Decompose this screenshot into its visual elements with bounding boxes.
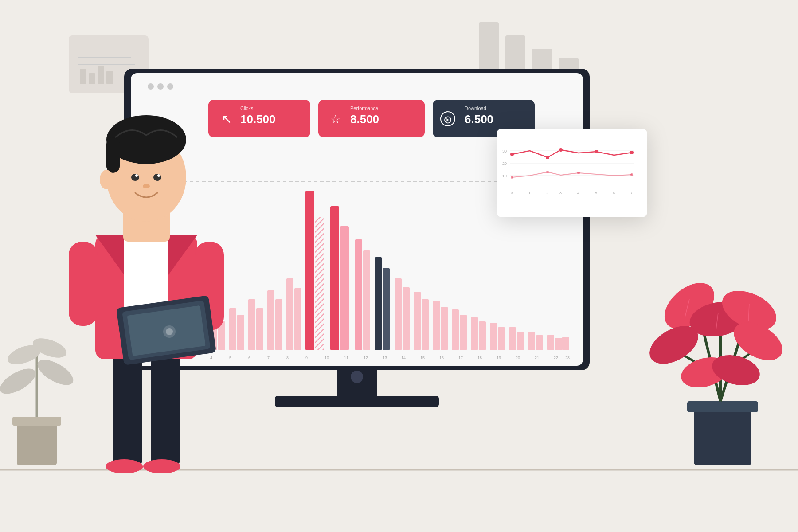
svg-text:3: 3	[191, 356, 193, 360]
svg-text:8: 8	[286, 356, 289, 360]
svg-text:7: 7	[267, 356, 270, 360]
plant-right-leaf-5	[728, 315, 789, 368]
bar-16b	[460, 315, 467, 350]
svg-text:30: 30	[502, 149, 507, 153]
bar-5a	[229, 308, 236, 350]
clicks-card[interactable]	[208, 100, 310, 137]
svg-text:4: 4	[210, 356, 212, 360]
bg-bar-3	[532, 49, 552, 75]
svg-line-64	[748, 304, 749, 321]
bar-4b	[218, 321, 225, 350]
bar-2a	[172, 327, 179, 350]
plant-right-pot	[694, 408, 751, 466]
bar-20a	[528, 332, 535, 350]
monitor-bezel	[124, 69, 590, 370]
cursor-icon: ↖	[222, 112, 232, 126]
bar-9b	[315, 217, 324, 350]
download-icon: ⊙	[443, 113, 452, 125]
person-right-shoe	[143, 459, 180, 473]
bar-7a	[267, 290, 274, 350]
svg-line-61	[720, 350, 754, 377]
monitor-neck	[337, 370, 377, 397]
plant-right-stem-3	[720, 324, 745, 401]
svg-text:7: 7	[630, 191, 633, 195]
svg-point-58	[135, 174, 138, 177]
bar-7b	[275, 299, 282, 350]
svg-point-42	[595, 150, 598, 153]
svg-text:3: 3	[559, 191, 562, 195]
person-left-arm	[69, 242, 98, 326]
svg-rect-57	[145, 465, 180, 470]
bar-1b	[161, 336, 168, 350]
bar-19a	[509, 327, 516, 350]
bar-15b	[441, 307, 448, 350]
person-right-eye	[153, 174, 161, 181]
person-shirt	[124, 235, 168, 324]
bar-8b	[294, 288, 301, 350]
bar-11a	[355, 239, 362, 350]
plant-left-leaf-4	[30, 334, 69, 361]
svg-text:15: 15	[420, 356, 425, 360]
bar-16a	[452, 309, 459, 350]
plant-left-leaf-2	[34, 355, 77, 390]
svg-text:6: 6	[613, 191, 615, 195]
svg-text:↓: ↓	[445, 115, 448, 123]
svg-text:4: 4	[577, 191, 579, 195]
download-card[interactable]	[433, 100, 535, 137]
clicks-value: 10.500	[240, 113, 276, 126]
bar-4a	[210, 315, 217, 350]
bar-10a	[330, 206, 339, 350]
performance-value: 8.500	[350, 113, 379, 126]
plant-right-pot-rim	[687, 401, 758, 412]
laptop-power-dot	[166, 328, 173, 335]
bar-17b	[479, 321, 486, 350]
svg-text:20: 20	[516, 356, 520, 360]
download-label: Download	[465, 106, 486, 111]
bar-6b	[256, 308, 263, 350]
bar-22a	[562, 337, 569, 350]
bar-3a	[191, 319, 198, 350]
person-neck	[123, 208, 170, 242]
plant-right-leaf-7	[709, 350, 763, 390]
person-left-eye	[131, 174, 139, 181]
bar-18a	[490, 323, 497, 350]
monitor-power-button	[351, 371, 363, 383]
person-left-lapel	[95, 235, 124, 275]
mini-chart-line-upper	[512, 150, 632, 157]
person-right-lapel	[168, 235, 197, 275]
svg-text:11: 11	[344, 356, 348, 360]
svg-text:22: 22	[554, 356, 558, 360]
mini-chart-card	[497, 129, 647, 217]
person-right-arm	[195, 242, 224, 330]
svg-point-40	[546, 156, 549, 159]
bar-18b	[498, 327, 505, 350]
monitor-base	[275, 396, 439, 407]
laptop-logo	[163, 325, 176, 338]
screen-dot-2	[157, 83, 164, 90]
person-nose	[143, 184, 150, 188]
plant-left-leaf-1	[0, 364, 39, 399]
bar-13a	[395, 278, 402, 350]
svg-point-45	[546, 171, 549, 173]
plant-left-pot	[17, 421, 57, 466]
svg-text:10: 10	[325, 356, 329, 360]
svg-text:10: 10	[502, 174, 507, 178]
bar-8a	[286, 278, 293, 350]
performance-label: Performance	[350, 106, 378, 111]
person-right-leg	[151, 350, 180, 466]
screen-dot-3	[167, 83, 173, 90]
person-smile	[135, 193, 157, 197]
svg-rect-4	[89, 73, 95, 84]
bar-2b	[180, 332, 187, 350]
y-axis-label: 10.000	[146, 172, 163, 179]
svg-text:5: 5	[229, 356, 231, 360]
svg-point-39	[510, 153, 514, 156]
bar-1a	[153, 332, 160, 350]
svg-text:12: 12	[364, 356, 368, 360]
plant-right-leaf-1	[656, 274, 723, 338]
plant-right-stem-1	[700, 319, 720, 401]
bar-12a	[375, 257, 382, 350]
plant-right-leaf-4	[643, 318, 705, 372]
svg-text:1: 1	[153, 356, 155, 360]
performance-card[interactable]	[318, 100, 425, 137]
